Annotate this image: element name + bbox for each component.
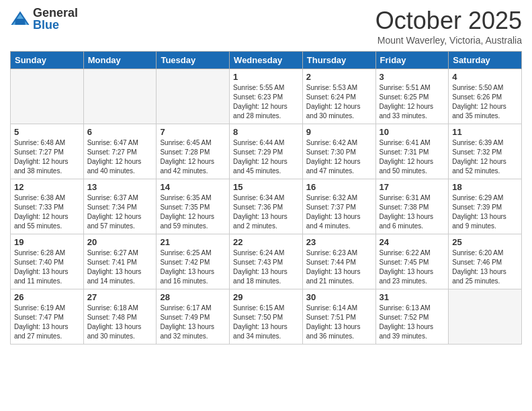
- day-number: 30: [306, 292, 372, 302]
- svg-rect-2: [15, 19, 26, 25]
- day-info: Sunrise: 6:17 AM Sunset: 7:49 PM Dayligh…: [160, 304, 226, 341]
- day-number: 24: [380, 237, 445, 247]
- day-info: Sunrise: 6:25 AM Sunset: 7:42 PM Dayligh…: [160, 248, 226, 286]
- day-info: Sunrise: 6:42 AM Sunset: 7:30 PM Dayligh…: [306, 138, 372, 176]
- day-number: 8: [233, 127, 299, 137]
- day-number: 21: [160, 237, 226, 247]
- calendar-cell: 20Sunrise: 6:27 AM Sunset: 7:41 PM Dayli…: [83, 234, 157, 289]
- day-number: 16: [306, 182, 372, 192]
- day-info: Sunrise: 5:55 AM Sunset: 6:23 PM Dayligh…: [233, 83, 299, 121]
- logo-blue: Blue: [33, 19, 78, 31]
- day-number: 29: [233, 292, 299, 302]
- day-info: Sunrise: 6:45 AM Sunset: 7:28 PM Dayligh…: [160, 138, 226, 176]
- day-info: Sunrise: 6:14 AM Sunset: 7:51 PM Dayligh…: [306, 304, 372, 341]
- day-info: Sunrise: 6:22 AM Sunset: 7:45 PM Dayligh…: [380, 248, 445, 286]
- day-info: Sunrise: 6:24 AM Sunset: 7:43 PM Dayligh…: [233, 248, 299, 286]
- calendar-cell: 14Sunrise: 6:35 AM Sunset: 7:35 PM Dayli…: [157, 179, 230, 234]
- day-info: Sunrise: 6:15 AM Sunset: 7:50 PM Dayligh…: [233, 304, 299, 341]
- day-number: 3: [380, 72, 445, 82]
- day-number: 15: [233, 182, 299, 192]
- col-tuesday: Tuesday: [157, 52, 230, 69]
- day-number: 22: [233, 237, 299, 247]
- day-number: 26: [14, 292, 80, 302]
- calendar-cell: 27Sunrise: 6:18 AM Sunset: 7:48 PM Dayli…: [83, 289, 157, 345]
- calendar-cell: [11, 69, 84, 124]
- calendar-cell: 19Sunrise: 6:28 AM Sunset: 7:40 PM Dayli…: [11, 234, 84, 289]
- calendar-cell: 16Sunrise: 6:32 AM Sunset: 7:37 PM Dayli…: [302, 179, 375, 234]
- day-info: Sunrise: 6:48 AM Sunset: 7:27 PM Dayligh…: [14, 138, 80, 176]
- calendar-cell: 29Sunrise: 6:15 AM Sunset: 7:50 PM Dayli…: [230, 289, 303, 345]
- calendar-cell: 17Sunrise: 6:31 AM Sunset: 7:38 PM Dayli…: [375, 179, 449, 234]
- calendar-cell: 30Sunrise: 6:14 AM Sunset: 7:51 PM Dayli…: [302, 289, 375, 345]
- calendar-week-2: 5Sunrise: 6:48 AM Sunset: 7:27 PM Daylig…: [11, 124, 522, 179]
- day-number: 2: [306, 72, 372, 82]
- calendar-cell: 31Sunrise: 6:13 AM Sunset: 7:52 PM Dayli…: [375, 289, 449, 345]
- day-number: 14: [160, 182, 226, 192]
- day-number: 27: [87, 292, 153, 302]
- calendar-cell: 4Sunrise: 5:50 AM Sunset: 6:26 PM Daylig…: [449, 69, 522, 124]
- calendar-cell: 2Sunrise: 5:53 AM Sunset: 6:24 PM Daylig…: [302, 69, 375, 124]
- day-info: Sunrise: 6:44 AM Sunset: 7:29 PM Dayligh…: [233, 138, 299, 176]
- day-number: 23: [306, 237, 372, 247]
- day-number: 25: [452, 237, 518, 247]
- day-number: 5: [14, 127, 80, 137]
- title-block: October 2025 Mount Waverley, Victoria, A…: [375, 7, 522, 46]
- calendar-cell: 25Sunrise: 6:20 AM Sunset: 7:46 PM Dayli…: [449, 234, 522, 289]
- calendar-body: 1Sunrise: 5:55 AM Sunset: 6:23 PM Daylig…: [11, 69, 522, 345]
- col-wednesday: Wednesday: [230, 52, 303, 69]
- location: Mount Waverley, Victoria, Australia: [375, 35, 522, 46]
- day-number: 12: [14, 182, 80, 192]
- day-number: 6: [87, 127, 153, 137]
- col-saturday: Saturday: [449, 52, 522, 69]
- day-info: Sunrise: 6:29 AM Sunset: 7:39 PM Dayligh…: [452, 193, 518, 231]
- day-info: Sunrise: 6:23 AM Sunset: 7:44 PM Dayligh…: [306, 248, 372, 286]
- day-info: Sunrise: 6:41 AM Sunset: 7:31 PM Dayligh…: [380, 138, 445, 176]
- day-info: Sunrise: 6:18 AM Sunset: 7:48 PM Dayligh…: [87, 304, 153, 341]
- calendar-cell: 24Sunrise: 6:22 AM Sunset: 7:45 PM Dayli…: [375, 234, 449, 289]
- calendar-cell: 13Sunrise: 6:37 AM Sunset: 7:34 PM Dayli…: [83, 179, 157, 234]
- day-number: 11: [452, 127, 518, 137]
- calendar-week-1: 1Sunrise: 5:55 AM Sunset: 6:23 PM Daylig…: [11, 69, 522, 124]
- day-number: 7: [160, 127, 226, 137]
- calendar-cell: 18Sunrise: 6:29 AM Sunset: 7:39 PM Dayli…: [449, 179, 522, 234]
- calendar-cell: 7Sunrise: 6:45 AM Sunset: 7:28 PM Daylig…: [157, 124, 230, 179]
- col-sunday: Sunday: [11, 52, 84, 69]
- day-number: 18: [452, 182, 518, 192]
- day-number: 28: [160, 292, 226, 302]
- calendar-cell: 28Sunrise: 6:17 AM Sunset: 7:49 PM Dayli…: [157, 289, 230, 345]
- calendar-cell: 10Sunrise: 6:41 AM Sunset: 7:31 PM Dayli…: [375, 124, 449, 179]
- day-info: Sunrise: 6:20 AM Sunset: 7:46 PM Dayligh…: [452, 248, 518, 286]
- day-info: Sunrise: 5:51 AM Sunset: 6:25 PM Dayligh…: [380, 83, 445, 121]
- calendar-cell: 23Sunrise: 6:23 AM Sunset: 7:44 PM Dayli…: [302, 234, 375, 289]
- day-number: 17: [380, 182, 445, 192]
- calendar-cell: 9Sunrise: 6:42 AM Sunset: 7:30 PM Daylig…: [302, 124, 375, 179]
- day-number: 9: [306, 127, 372, 137]
- day-info: Sunrise: 6:27 AM Sunset: 7:41 PM Dayligh…: [87, 248, 153, 286]
- day-info: Sunrise: 6:28 AM Sunset: 7:40 PM Dayligh…: [14, 248, 80, 286]
- calendar-cell: 11Sunrise: 6:39 AM Sunset: 7:32 PM Dayli…: [449, 124, 522, 179]
- calendar-cell: [83, 69, 157, 124]
- day-info: Sunrise: 6:13 AM Sunset: 7:52 PM Dayligh…: [380, 304, 445, 341]
- day-info: Sunrise: 6:32 AM Sunset: 7:37 PM Dayligh…: [306, 193, 372, 231]
- calendar-week-5: 26Sunrise: 6:19 AM Sunset: 7:47 PM Dayli…: [11, 289, 522, 345]
- calendar-cell: 1Sunrise: 5:55 AM Sunset: 6:23 PM Daylig…: [230, 69, 303, 124]
- day-number: 20: [87, 237, 153, 247]
- col-friday: Friday: [375, 52, 449, 69]
- calendar-cell: 12Sunrise: 6:38 AM Sunset: 7:33 PM Dayli…: [11, 179, 84, 234]
- calendar-cell: 15Sunrise: 6:34 AM Sunset: 7:36 PM Dayli…: [230, 179, 303, 234]
- day-number: 13: [87, 182, 153, 192]
- calendar-cell: 26Sunrise: 6:19 AM Sunset: 7:47 PM Dayli…: [11, 289, 84, 345]
- day-number: 1: [233, 72, 299, 82]
- day-info: Sunrise: 6:38 AM Sunset: 7:33 PM Dayligh…: [14, 193, 80, 231]
- day-info: Sunrise: 6:19 AM Sunset: 7:47 PM Dayligh…: [14, 304, 80, 341]
- calendar-week-3: 12Sunrise: 6:38 AM Sunset: 7:33 PM Dayli…: [11, 179, 522, 234]
- day-number: 31: [380, 292, 445, 302]
- day-info: Sunrise: 6:47 AM Sunset: 7:27 PM Dayligh…: [87, 138, 153, 176]
- calendar-cell: 21Sunrise: 6:25 AM Sunset: 7:42 PM Dayli…: [157, 234, 230, 289]
- logo-text: General Blue: [33, 7, 78, 31]
- day-info: Sunrise: 5:50 AM Sunset: 6:26 PM Dayligh…: [452, 83, 518, 121]
- days-header-row: Sunday Monday Tuesday Wednesday Thursday…: [11, 52, 522, 69]
- calendar-cell: [449, 289, 522, 345]
- calendar-cell: 5Sunrise: 6:48 AM Sunset: 7:27 PM Daylig…: [11, 124, 84, 179]
- calendar-cell: 3Sunrise: 5:51 AM Sunset: 6:25 PM Daylig…: [375, 69, 449, 124]
